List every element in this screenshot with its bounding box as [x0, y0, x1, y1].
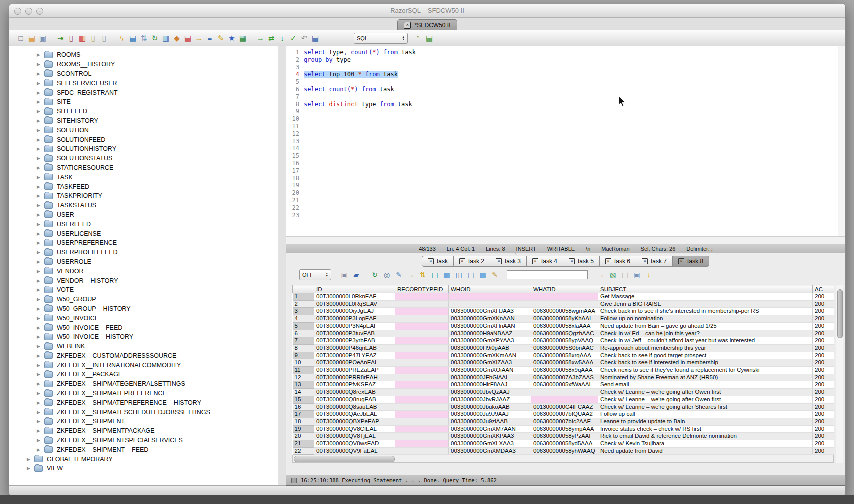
cell-ac[interactable]: 200: [813, 330, 834, 338]
cell-ac[interactable]: 200: [813, 426, 834, 433]
row-number-cell[interactable]: 11: [293, 367, 314, 374]
sql-editor[interactable]: 1234567891011121314151617181920212223 se…: [286, 46, 846, 236]
chart-results-icon[interactable]: ▧: [607, 271, 619, 279]
cell-recordtypeid[interactable]: [396, 448, 449, 455]
find-next-icon[interactable]: →: [595, 271, 607, 279]
tree-item[interactable]: ▶W50_GROUP: [10, 295, 278, 304]
copy-results-icon[interactable]: ▤: [465, 271, 477, 279]
cell-whoid[interactable]: 0033000000Ju9J9AAJ: [449, 411, 532, 418]
minimize-window-button[interactable]: [26, 8, 32, 15]
cell-recordtypeid[interactable]: [396, 338, 449, 345]
tree-item[interactable]: ▶SELFSERVICEUSER: [10, 78, 278, 88]
cell-id[interactable]: 00T3000000P3LopEAF: [314, 316, 396, 323]
disclosure-triangle-icon[interactable]: ▶: [37, 109, 44, 114]
cell-whatid[interactable]: 006300000058xlaAAA: [532, 322, 598, 330]
row-number-cell[interactable]: 12: [293, 374, 314, 382]
tab-close-icon[interactable]: ×: [678, 258, 684, 264]
cell-id[interactable]: 00T3000000Q8sauEAB: [314, 404, 396, 411]
filter-results-icon[interactable]: ▰: [350, 271, 362, 279]
disclosure-triangle-icon[interactable]: ▶: [37, 166, 44, 170]
disclosure-triangle-icon[interactable]: ▶: [37, 250, 44, 255]
title-bar[interactable]: RazorSQL – SFDCW50 II: [10, 4, 846, 18]
generate-sql-icon[interactable]: ϟ: [116, 34, 128, 44]
fetch-more-icon[interactable]: ↓: [643, 271, 655, 279]
tree-item[interactable]: ▶SFDC_REGISTRANT: [10, 88, 278, 98]
row-number-cell[interactable]: 21: [293, 440, 314, 448]
disclosure-triangle-icon[interactable]: ▶: [37, 232, 44, 236]
cell-subject[interactable]: Follow up call: [598, 411, 813, 418]
row-number-cell[interactable]: 3: [293, 308, 314, 316]
disclosure-triangle-icon[interactable]: ▶: [37, 372, 44, 377]
tree-item[interactable]: ▶VOTE: [10, 286, 278, 295]
cell-ac[interactable]: 200: [813, 389, 834, 396]
tree-item[interactable]: ▶USERPREFERENCE: [10, 238, 278, 248]
cell-recordtypeid[interactable]: [396, 352, 449, 360]
cell-whoid[interactable]: [449, 300, 532, 308]
refresh-icon[interactable]: ↻: [150, 34, 160, 44]
cell-recordtypeid[interactable]: [396, 300, 449, 308]
result-tab-task-6[interactable]: ×task 6: [600, 256, 636, 267]
cell-recordtypeid[interactable]: [396, 294, 449, 301]
row-number-cell[interactable]: 22: [293, 448, 314, 455]
cell-whatid[interactable]: 006300000058wgmAAA: [532, 308, 598, 316]
cell-ac[interactable]: 200: [813, 294, 834, 301]
cell-subject[interactable]: Nominated by Shane Freeman at ANZ (HR50): [598, 374, 813, 382]
cell-subject[interactable]: Send email: [598, 382, 813, 389]
cell-id[interactable]: 00T3000000P3tuvEAB: [314, 330, 396, 338]
tree-item[interactable]: ▶TASKFEED: [10, 182, 278, 192]
cell-id[interactable]: 00T3000000L0RqSEAV: [314, 300, 396, 308]
row-number-cell[interactable]: 14: [293, 389, 314, 396]
cell-whoid[interactable]: 0033000000JFhGlAAL: [449, 374, 532, 382]
edit-record-icon[interactable]: ✎: [393, 271, 405, 279]
disclosure-triangle-icon[interactable]: ▶: [37, 146, 44, 152]
cell-id[interactable]: 00T3000000L0RknEAF: [314, 294, 396, 301]
row-number-cell[interactable]: 8: [293, 344, 314, 352]
cell-recordtypeid[interactable]: [396, 316, 449, 323]
grid-vertical-scrollbar[interactable]: [836, 285, 844, 464]
add-connection-icon[interactable]: ▯: [88, 34, 99, 44]
column-header-id[interactable]: ID: [314, 286, 396, 294]
cell-id[interactable]: 00T3000000PRR8rEAH: [314, 374, 396, 382]
tree-item[interactable]: ▶SOLUTIONSTATUS: [10, 154, 278, 164]
disclosure-triangle-icon[interactable]: ▶: [37, 334, 44, 340]
cell-ac[interactable]: 200: [813, 382, 834, 389]
disclosure-triangle-icon[interactable]: ▶: [37, 400, 44, 406]
cell-whoid[interactable]: 0033000000H9aNBAAZ: [449, 330, 532, 338]
table-search-icon[interactable]: ▦: [238, 34, 248, 44]
row-number-cell[interactable]: 4: [293, 316, 314, 323]
cell-recordtypeid[interactable]: [396, 322, 449, 330]
execute-all-icon[interactable]: ⇄: [266, 34, 277, 44]
cell-ac[interactable]: 200: [813, 308, 834, 316]
cell-recordtypeid[interactable]: [396, 344, 449, 352]
cell-whatid[interactable]: 006300000058yhWAAQ: [532, 448, 598, 455]
tree-item[interactable]: ▶USER: [10, 210, 278, 220]
cell-whoid[interactable]: 0033000000GmXHJAA3: [449, 308, 532, 316]
cell-ac[interactable]: 200: [813, 367, 834, 374]
cell-recordtypeid[interactable]: [396, 404, 449, 411]
cell-whatid[interactable]: 00630000005xfWaAAI: [532, 382, 598, 389]
disclosure-triangle-icon[interactable]: ▶: [37, 100, 44, 104]
cell-subject[interactable]: Need update from Bain – gave go ahead 1/…: [598, 322, 813, 330]
cell-recordtypeid[interactable]: [396, 360, 449, 367]
tree-item[interactable]: ▶W50_INVOICE__FEED: [10, 323, 278, 332]
column-header-ac[interactable]: AC: [813, 286, 834, 294]
disclosure-triangle-icon[interactable]: ▶: [37, 278, 44, 284]
cell-whatid[interactable]: 006300000058ympAAA: [532, 426, 598, 433]
cell-whoid[interactable]: 0033000000HirF8AAJ: [449, 382, 532, 389]
cell-recordtypeid[interactable]: [396, 389, 449, 396]
editor-vertical-scrollbar[interactable]: [838, 46, 846, 236]
tab-close-icon[interactable]: ×: [496, 258, 502, 264]
cell-whatid[interactable]: 00630000005QgzhAAC: [532, 330, 598, 338]
cell-ac[interactable]: 200: [813, 300, 834, 308]
cell-subject[interactable]: Check w/ Leanne – we're going after Owen…: [598, 396, 813, 404]
cell-whatid[interactable]: [532, 300, 598, 308]
row-number-cell[interactable]: 6: [293, 330, 314, 338]
row-limit-select[interactable]: OFF ▲▼: [300, 270, 332, 280]
cell-subject[interactable]: Get Massage: [598, 294, 813, 301]
cell-whatid[interactable]: 00630000007bIc2AAE: [532, 418, 598, 426]
cell-id[interactable]: 00T3000000Q8rexEAB: [314, 389, 396, 396]
cell-whoid[interactable]: 0033000000GmXKnAAN: [449, 316, 532, 323]
disconnect-database-icon[interactable]: ▯: [66, 34, 77, 44]
transpose-results-icon[interactable]: ▦: [477, 271, 489, 279]
tree-item[interactable]: ▶ZKFEDEX__PACKAGE: [10, 370, 278, 380]
